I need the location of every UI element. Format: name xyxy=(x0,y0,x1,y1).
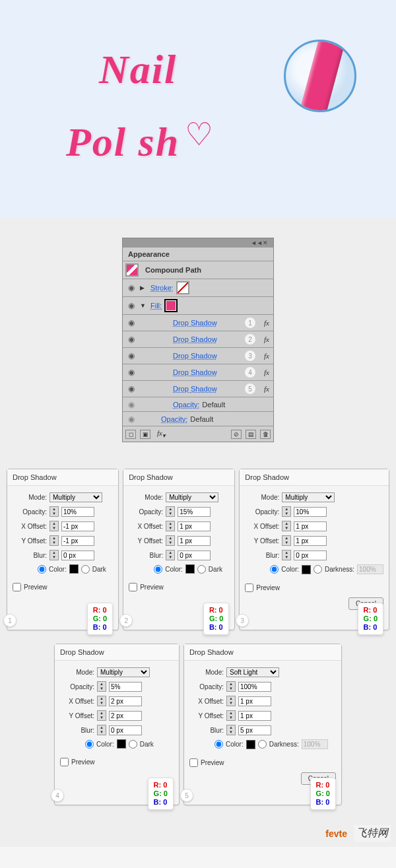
effect-label[interactable]: Drop Shadow xyxy=(140,319,217,327)
preview-checkbox[interactable] xyxy=(13,583,21,591)
fx-icon[interactable]: fx xyxy=(264,385,269,393)
stepper[interactable]: ▲▼ xyxy=(166,521,175,531)
visibility-icon[interactable]: ◉ xyxy=(125,283,137,292)
darkness-radio[interactable] xyxy=(129,740,137,749)
opacity-input[interactable] xyxy=(61,507,94,517)
effect-row[interactable]: ◉Drop Shadow5fx xyxy=(123,381,273,397)
effect-label[interactable]: Drop Shadow xyxy=(140,335,217,343)
effect-row[interactable]: ◉Drop Shadow3fx xyxy=(123,348,273,364)
stepper[interactable]: ▲▼ xyxy=(166,506,175,517)
fill-opacity-row[interactable]: ◉ Opacity: Default xyxy=(123,397,273,412)
color-radio[interactable] xyxy=(38,565,46,574)
color-radio[interactable] xyxy=(270,565,279,574)
duplicate-icon[interactable]: ▤ xyxy=(246,430,256,439)
stepper[interactable]: ▲▼ xyxy=(226,696,236,706)
fx-icon[interactable]: fx xyxy=(264,352,269,360)
color-swatch[interactable] xyxy=(302,565,311,574)
stepper[interactable]: ▲▼ xyxy=(97,725,106,735)
mode-select[interactable]: Multiply xyxy=(166,492,218,502)
clear-icon[interactable]: ▣ xyxy=(140,430,150,439)
opacity-input[interactable] xyxy=(109,682,142,692)
stroke-row[interactable]: ◉ ▶ Stroke: xyxy=(123,279,273,297)
visibility-icon[interactable]: ◉ xyxy=(125,335,137,344)
yoffset-input[interactable] xyxy=(294,536,327,546)
preview-checkbox[interactable] xyxy=(60,758,69,766)
effect-label[interactable]: Drop Shadow xyxy=(140,368,217,376)
fx-icon[interactable]: fx xyxy=(264,319,269,327)
blur-input[interactable] xyxy=(178,551,211,560)
fx-icon[interactable]: fx xyxy=(264,335,269,343)
close-icon[interactable]: ✕ xyxy=(263,240,271,246)
mode-select[interactable]: Soft Light xyxy=(226,667,279,677)
visibility-icon[interactable]: ◉ xyxy=(125,351,137,360)
fill-label[interactable]: Fill: xyxy=(150,302,162,310)
expand-icon[interactable]: ▶ xyxy=(140,284,148,291)
stepper[interactable]: ▲▼ xyxy=(226,725,236,735)
blur-input[interactable] xyxy=(294,551,327,560)
mode-select[interactable]: Multiply xyxy=(282,492,335,502)
color-swatch[interactable] xyxy=(69,564,79,574)
xoffset-input[interactable] xyxy=(238,696,271,706)
collapse-icon[interactable]: ◄◄ xyxy=(251,240,259,246)
darkness-radio[interactable] xyxy=(81,565,90,574)
visibility-icon[interactable]: ◉ xyxy=(125,415,137,424)
color-swatch[interactable] xyxy=(246,740,255,749)
trash-icon[interactable]: 🗑 xyxy=(260,430,271,439)
mode-select[interactable]: Multiply xyxy=(50,492,102,502)
yoffset-input[interactable] xyxy=(238,711,271,721)
no-icon[interactable]: ⊘ xyxy=(231,430,242,439)
visibility-icon[interactable]: ◉ xyxy=(125,400,137,409)
visibility-icon[interactable]: ◉ xyxy=(125,318,137,327)
color-radio[interactable] xyxy=(85,740,94,749)
darkness-radio[interactable] xyxy=(314,565,322,574)
xoffset-input[interactable] xyxy=(61,521,94,531)
object-opacity-row[interactable]: ◉ Opacity: Default xyxy=(123,412,273,426)
stepper[interactable]: ▲▼ xyxy=(166,535,175,546)
opacity-input[interactable] xyxy=(294,507,327,517)
color-swatch[interactable] xyxy=(185,564,195,574)
stepper[interactable]: ▲▼ xyxy=(97,710,106,721)
blur-input[interactable] xyxy=(238,725,271,735)
mode-select[interactable]: Multiply xyxy=(97,667,150,677)
stepper[interactable]: ▲▼ xyxy=(226,710,236,721)
stepper[interactable]: ▲▼ xyxy=(97,681,106,692)
stepper[interactable]: ▲▼ xyxy=(282,521,291,531)
yoffset-input[interactable] xyxy=(178,536,211,546)
blur-input[interactable] xyxy=(109,725,142,735)
visibility-icon[interactable]: ◉ xyxy=(125,301,137,310)
preview-checkbox[interactable] xyxy=(245,584,253,592)
color-swatch[interactable] xyxy=(117,739,126,749)
color-radio[interactable] xyxy=(154,565,162,574)
stepper[interactable]: ▲▼ xyxy=(282,535,291,546)
opacity-input[interactable] xyxy=(178,507,211,517)
stepper[interactable]: ▲▼ xyxy=(50,535,59,546)
new-art-icon[interactable]: ◻ xyxy=(125,430,136,439)
stepper[interactable]: ▲▼ xyxy=(282,506,291,517)
preview-checkbox[interactable] xyxy=(129,583,137,591)
effect-row[interactable]: ◉Drop Shadow2fx xyxy=(123,331,273,348)
collapse-icon[interactable]: ▼ xyxy=(140,302,148,309)
effect-label[interactable]: Drop Shadow xyxy=(140,352,217,360)
yoffset-input[interactable] xyxy=(109,711,142,721)
opacity-input[interactable] xyxy=(238,682,271,692)
color-radio[interactable] xyxy=(214,740,223,749)
stepper[interactable]: ▲▼ xyxy=(50,521,59,531)
stepper[interactable]: ▲▼ xyxy=(50,550,59,560)
effect-label[interactable]: Drop Shadow xyxy=(140,385,217,393)
stepper[interactable]: ▲▼ xyxy=(166,550,175,560)
preview-checkbox[interactable] xyxy=(189,758,198,767)
xoffset-input[interactable] xyxy=(178,521,211,531)
effect-row[interactable]: ◉Drop Shadow1fx xyxy=(123,315,273,331)
effect-row[interactable]: ◉Drop Shadow4fx xyxy=(123,364,273,381)
stepper[interactable]: ▲▼ xyxy=(50,506,59,517)
add-effect-button[interactable]: fx▾ xyxy=(157,429,166,439)
stepper[interactable]: ▲▼ xyxy=(226,681,236,692)
opacity-label[interactable]: Opacity: xyxy=(140,415,187,423)
opacity-label[interactable]: Opacity: xyxy=(140,401,199,409)
stepper[interactable]: ▲▼ xyxy=(97,696,106,706)
compound-path-row[interactable]: Compound Path xyxy=(123,261,273,279)
fill-swatch[interactable] xyxy=(164,299,178,312)
stepper[interactable]: ▲▼ xyxy=(282,550,291,560)
darkness-radio[interactable] xyxy=(197,565,206,574)
visibility-icon[interactable]: ◉ xyxy=(125,384,137,393)
